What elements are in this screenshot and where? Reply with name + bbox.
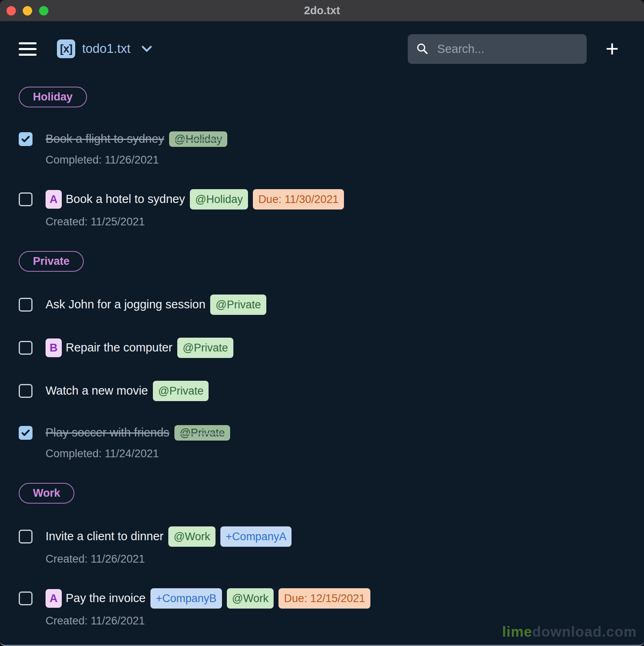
context-tag[interactable]: @Holiday [190,189,248,210]
task-text: Watch a new movie [46,384,148,397]
todo-item-row: Ask John for a jogging session@Private [19,295,625,315]
task-checkbox[interactable] [19,426,33,440]
context-tag[interactable]: @Private [177,338,233,358]
task-content: Watch a new movie@Private [46,381,209,401]
task-date-meta: Completed: 11/26/2021 [46,153,625,166]
todo-item[interactable]: Watch a new movie@Private [19,381,625,401]
group-pill[interactable]: Work [19,483,74,504]
todo-item[interactable]: ABook a hotel to sydney@HolidayDue: 11/3… [19,189,625,228]
task-content: Ask John for a jogging session@Private [46,295,266,315]
todo-item[interactable]: APay the invoice+CompanyB@WorkDue: 12/15… [19,588,625,627]
task-text: Ask John for a jogging session [46,298,205,311]
todo-group: WorkInvite a client to dinner@Work+Compa… [19,460,625,627]
task-text: Pay the invoice [66,591,146,605]
task-content: APay the invoice+CompanyB@WorkDue: 12/15… [46,588,370,609]
priority-badge: A [46,190,62,209]
project-tag[interactable]: +CompanyA [220,526,292,547]
task-content: Play soccer with friends@Private [46,424,230,441]
due-date-badge[interactable]: Due: 12/15/2021 [278,588,370,609]
project-tag[interactable]: +CompanyB [150,588,222,609]
add-task-button[interactable]: + [605,41,619,57]
todo-item-row: Book a flight to sydney@Holiday [19,130,625,148]
task-content: Invite a client to dinner@Work+CompanyA [46,526,292,547]
search-bar[interactable] [408,34,587,64]
task-text: Book a flight to sydney [46,132,164,145]
priority-badge: A [46,589,62,608]
todo-item-row: BRepair the computer@Private [19,338,625,358]
search-input[interactable] [437,42,590,56]
task-date-meta: Created: 11/26/2021 [46,552,625,565]
todo-list: HolidayBook a flight to sydney@HolidayCo… [19,64,625,627]
context-tag[interactable]: @Private [210,295,266,315]
watermark-prefix: lime [502,624,532,639]
todo-group: PrivateAsk John for a jogging session@Pr… [19,228,625,460]
search-icon [416,42,429,55]
app-window: 2do.txt [x] todo1.txt [0,0,644,646]
task-checkbox[interactable] [19,384,33,398]
group-pill[interactable]: Private [19,251,84,272]
todo-item-row: ABook a hotel to sydney@HolidayDue: 11/3… [19,189,625,210]
chevron-down-icon[interactable] [141,44,153,53]
group-pill[interactable]: Holiday [19,87,87,107]
task-checkbox[interactable] [19,132,33,146]
context-tag[interactable]: @Private [174,425,230,441]
window-title: 2do.txt [0,4,644,17]
app-logo-icon: [x] [57,39,75,58]
task-content: BRepair the computer@Private [46,338,233,358]
todo-group: HolidayBook a flight to sydney@HolidayCo… [19,64,625,228]
task-date-meta: Completed: 11/24/2021 [46,447,625,460]
context-tag[interactable]: @Holiday [169,131,227,147]
task-content: ABook a hotel to sydney@HolidayDue: 11/3… [46,189,344,210]
priority-badge: B [46,338,62,357]
todo-item-row: APay the invoice+CompanyB@WorkDue: 12/15… [19,588,625,609]
task-text: Repair the computer [66,341,173,354]
current-file-name: todo1.txt [82,41,131,56]
todo-item-row: Watch a new movie@Private [19,381,625,401]
todo-item[interactable]: Play soccer with friends@PrivateComplete… [19,424,625,460]
main-content: [x] todo1.txt + HolidayBook a flight to … [0,34,644,627]
task-checkbox[interactable] [19,530,33,543]
context-tag[interactable]: @Private [153,381,209,401]
task-text: Invite a client to dinner [46,530,163,543]
watermark: limedownload.com [502,624,637,640]
todo-item[interactable]: BRepair the computer@Private [19,338,625,358]
todo-item[interactable]: Book a flight to sydney@HolidayCompleted… [19,130,625,166]
hamburger-menu-icon[interactable] [19,42,37,56]
file-selector[interactable]: [x] todo1.txt [57,39,153,58]
task-checkbox[interactable] [19,298,33,312]
task-text: Book a hotel to sydney [66,192,185,205]
window-titlebar: 2do.txt [0,0,644,21]
watermark-suffix: download.com [532,624,637,639]
todo-item-row: Invite a client to dinner@Work+CompanyA [19,526,625,547]
task-checkbox[interactable] [19,591,33,605]
todo-item-row: Play soccer with friends@Private [19,424,625,441]
todo-item[interactable]: Invite a client to dinner@Work+CompanyAC… [19,526,625,565]
app-header: [x] todo1.txt + [19,34,625,64]
task-text: Play soccer with friends [46,426,170,439]
task-checkbox[interactable] [19,192,33,206]
task-checkbox[interactable] [19,341,33,355]
due-date-badge[interactable]: Due: 11/30/2021 [253,189,344,210]
context-tag[interactable]: @Work [227,588,274,609]
task-content: Book a flight to sydney@Holiday [46,130,227,148]
todo-item[interactable]: Ask John for a jogging session@Private [19,295,625,315]
context-tag[interactable]: @Work [168,526,215,547]
task-date-meta: Created: 11/25/2021 [46,215,625,228]
